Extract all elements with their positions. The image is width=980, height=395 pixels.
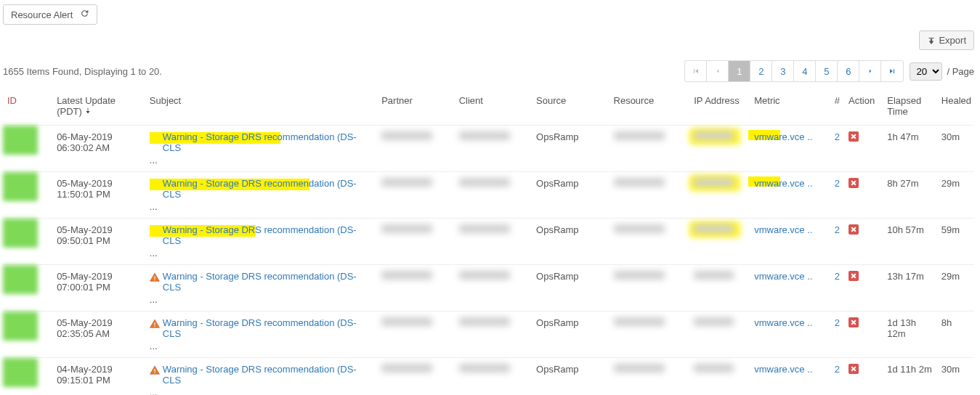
- cell-elapsed: 1d 13h 12m: [883, 311, 937, 358]
- page-first-button[interactable]: [685, 61, 707, 81]
- cell-subject: Warning - Storage DRS recommendation (DS…: [145, 265, 377, 311]
- cell-client: [455, 219, 532, 265]
- warning-icon: [150, 271, 160, 285]
- cell-subject: Warning - Storage DRS recommendation (DS…: [145, 311, 377, 358]
- col-header-healed[interactable]: Healed: [937, 89, 974, 126]
- delete-icon[interactable]: [849, 224, 859, 235]
- cell-subject: Warning - Storage DRS recommendation (DS…: [145, 358, 377, 395]
- cell-elapsed: 1d 11h 2m: [883, 358, 937, 395]
- page-number-2[interactable]: 2: [750, 61, 772, 81]
- alert-id-tag[interactable]: [3, 358, 38, 387]
- cell-client: [455, 358, 532, 395]
- col-header-action[interactable]: Action: [844, 89, 883, 126]
- page-next-button[interactable]: [859, 61, 881, 81]
- subject-link[interactable]: Warning - Storage DRS recommendation (DS…: [163, 317, 373, 339]
- col-header-client[interactable]: Client: [455, 89, 532, 126]
- resource-alert-button[interactable]: Resource Alert: [3, 4, 97, 25]
- cell-ip: [689, 265, 750, 311]
- page-number-5[interactable]: 5: [816, 61, 838, 81]
- col-header-resource[interactable]: Resource: [610, 89, 690, 126]
- col-header-metric[interactable]: Metric: [750, 89, 822, 126]
- svg-rect-9: [154, 326, 155, 327]
- count-link[interactable]: 2: [835, 364, 840, 375]
- cell-action: [844, 126, 883, 172]
- cell-latest-update: 05-May-2019 07:00:01 PM: [52, 265, 145, 311]
- subject-link[interactable]: Warning - Storage DRS recommendation (DS…: [163, 364, 373, 386]
- alert-id-tag[interactable]: [3, 172, 38, 201]
- subject-link[interactable]: Warning - Storage DRS recommendation (DS…: [163, 178, 373, 200]
- delete-icon[interactable]: [849, 131, 859, 142]
- cell-healed: 8h: [937, 311, 974, 358]
- items-found-text: 1655 Items Found, Displaying 1 to 20.: [3, 66, 162, 77]
- export-button[interactable]: Export: [919, 30, 974, 50]
- cell-metric[interactable]: vmware.vce ..: [750, 265, 822, 311]
- delete-icon[interactable]: [849, 364, 859, 374]
- subject-ellipsis: ...: [150, 201, 373, 212]
- count-link[interactable]: 2: [835, 271, 840, 282]
- page-last-icon: [888, 67, 896, 76]
- cell-client: [455, 265, 532, 311]
- cell-ip: [689, 358, 750, 395]
- page-number-3[interactable]: 3: [772, 61, 794, 81]
- col-header-elapsed[interactable]: Elapsed Time: [883, 89, 937, 126]
- alert-id-tag[interactable]: [3, 311, 38, 341]
- svg-rect-7: [154, 280, 155, 280]
- count-link[interactable]: 2: [835, 224, 840, 235]
- perpage-select[interactable]: 20: [910, 62, 942, 81]
- cell-metric[interactable]: vmware.vce ..: [750, 358, 822, 395]
- cell-healed: 29m: [937, 172, 974, 219]
- count-link[interactable]: 2: [835, 317, 840, 328]
- export-label: Export: [939, 35, 966, 46]
- svg-rect-8: [154, 322, 155, 325]
- cell-source: OpsRamp: [532, 358, 609, 395]
- col-header-ip[interactable]: IP Address: [689, 89, 750, 126]
- cell-subject: Warning - Storage DRS recommendation (DS…: [145, 172, 377, 219]
- cell-client: [455, 126, 532, 172]
- table-row: 05-May-2019 02:35:05 AMWarning - Storage…: [3, 311, 974, 358]
- cell-latest-update: 06-May-2019 06:30:02 AM: [52, 126, 145, 172]
- cell-partner: [377, 172, 454, 219]
- col-header-latest-update[interactable]: Latest Update (PDT): [52, 89, 145, 126]
- page-number-6[interactable]: 6: [838, 61, 859, 81]
- cell-action: [844, 311, 883, 358]
- table-row: 04-May-2019 09:15:01 PMWarning - Storage…: [3, 358, 974, 395]
- delete-icon[interactable]: [849, 178, 859, 188]
- col-header-subject[interactable]: Subject: [145, 89, 377, 126]
- col-header-partner[interactable]: Partner: [377, 89, 454, 126]
- cell-healed: 29m: [937, 265, 974, 311]
- alert-id-tag[interactable]: [3, 219, 38, 248]
- cell-resource: [610, 219, 690, 265]
- page-number-1[interactable]: 1: [729, 61, 750, 81]
- alert-id-tag[interactable]: [3, 126, 38, 155]
- alert-id-tag[interactable]: [3, 265, 38, 294]
- col-header-source[interactable]: Source: [532, 89, 609, 126]
- cell-elapsed: 13h 17m: [883, 265, 937, 311]
- page-prev-button[interactable]: [707, 61, 729, 81]
- col-header-count[interactable]: #: [822, 89, 844, 126]
- delete-icon[interactable]: [849, 271, 859, 281]
- cell-metric[interactable]: vmware.vce ..: [750, 311, 822, 358]
- subject-ellipsis: ...: [150, 248, 373, 258]
- cell-latest-update: 05-May-2019 09:50:01 PM: [52, 219, 145, 265]
- count-link[interactable]: 2: [835, 131, 840, 142]
- cell-metric[interactable]: vmware.vce ..: [750, 219, 822, 265]
- cell-subject: Warning - Storage DRS recommendation (DS…: [145, 126, 377, 172]
- subject-link[interactable]: Warning - Storage DRS recommendation (DS…: [163, 271, 373, 293]
- cell-resource: [610, 265, 690, 311]
- subject-link[interactable]: Warning - Storage DRS recommendation (DS…: [163, 131, 373, 153]
- svg-rect-10: [154, 369, 155, 372]
- subject-link[interactable]: Warning - Storage DRS recommendation (DS…: [163, 224, 373, 246]
- count-link[interactable]: 2: [835, 178, 840, 189]
- page-last-button[interactable]: [881, 61, 903, 81]
- cell-metric[interactable]: vmware.vce ..: [750, 172, 822, 219]
- cell-resource: [610, 358, 690, 395]
- page-number-4[interactable]: 4: [794, 61, 816, 81]
- cell-source: OpsRamp: [532, 265, 609, 311]
- cell-metric[interactable]: vmware.vce ..: [750, 126, 822, 172]
- cell-elapsed: 8h 27m: [883, 172, 937, 219]
- perpage-suffix: / Page: [947, 66, 974, 77]
- cell-partner: [377, 358, 454, 395]
- delete-icon[interactable]: [849, 317, 859, 327]
- col-header-id[interactable]: ID: [3, 89, 52, 126]
- cell-resource: [610, 126, 690, 172]
